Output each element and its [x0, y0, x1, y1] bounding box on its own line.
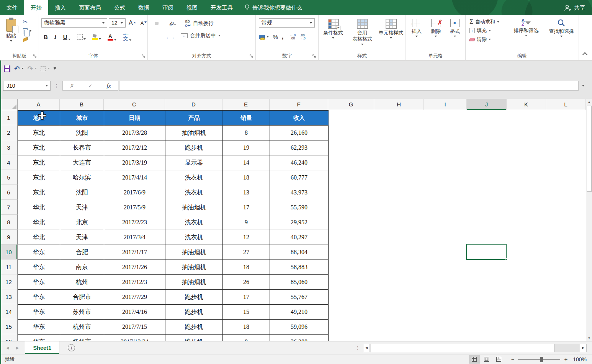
row-header-8[interactable]: 8 — [0, 215, 18, 230]
cell-D15[interactable]: 跑步机 — [165, 320, 223, 335]
cancel-button[interactable]: ✗ — [70, 83, 74, 89]
align-center-button[interactable] — [155, 34, 159, 37]
cell-C13[interactable]: 2017/7/29 — [104, 290, 165, 305]
find-select-button[interactable]: 查找和选择 — [545, 17, 578, 52]
paste-button[interactable]: 粘贴 — [2, 17, 20, 52]
column-header-L[interactable]: L — [546, 99, 586, 110]
cell-B3[interactable]: 长春市 — [60, 140, 104, 155]
cell-B10[interactable]: 合肥 — [60, 245, 104, 260]
zoom-percentage[interactable]: 100% — [573, 356, 587, 362]
comma-style-button[interactable]: , — [282, 33, 284, 41]
cell-A10[interactable]: 华东 — [18, 245, 60, 260]
sheet-tab-sheet1[interactable]: Sheet1 — [25, 341, 59, 354]
row-header-5[interactable]: 5 — [0, 170, 18, 185]
row-header-9[interactable]: 9 — [0, 230, 18, 245]
page-layout-view-button[interactable] — [481, 355, 492, 364]
zoom-slider[interactable] — [518, 359, 560, 360]
cell-F8[interactable]: 29,952 — [270, 215, 329, 230]
expand-formula-bar-button[interactable] — [579, 81, 588, 91]
cell-B13[interactable]: 合肥市 — [60, 290, 104, 305]
horizontal-scrollbar[interactable] — [370, 344, 580, 352]
increase-decimal-button[interactable]: ←.0.00 — [290, 34, 296, 40]
row-header-15[interactable]: 15 — [0, 319, 18, 334]
page-break-view-button[interactable] — [494, 355, 504, 364]
cell-F14[interactable]: 49,210 — [270, 305, 329, 320]
conditional-formatting-button[interactable]: ≠ 条件格式 — [319, 17, 347, 52]
cell-D2[interactable]: 抽油烟机 — [165, 126, 223, 140]
cell-C1[interactable]: 日期 — [104, 111, 165, 126]
fill-button[interactable]: ↓ 填充 — [469, 27, 499, 34]
cell-E1[interactable]: 销量 — [223, 111, 270, 126]
formula-bar-splitter[interactable]: ⋮ — [54, 83, 59, 89]
tab-developer[interactable]: 开发工具 — [204, 0, 239, 15]
hscroll-right-button[interactable]: ▶ — [580, 344, 587, 352]
autosum-button[interactable]: Σ 自动求和 — [469, 18, 499, 25]
row-header-7[interactable]: 7 — [0, 200, 18, 215]
align-right-button[interactable] — [159, 34, 163, 37]
cell-B1[interactable]: 城市 — [60, 111, 104, 126]
scroll-up-button[interactable]: ▲ — [586, 99, 592, 105]
cell-B4[interactable]: 大连市 — [60, 155, 104, 170]
sort-filter-button[interactable]: AZ 排序和筛选 — [509, 17, 544, 52]
cell-F11[interactable]: 58,883 — [270, 260, 329, 275]
format-cells-button[interactable]: ■ 格式 — [446, 17, 464, 52]
row-header-3[interactable]: 3 — [0, 140, 18, 155]
cell-E8[interactable]: 9 — [223, 215, 270, 230]
cell-D14[interactable]: 跑步机 — [165, 305, 223, 320]
cell-D11[interactable]: 抽油烟机 — [165, 260, 223, 275]
cell-B6[interactable]: 沈阳 — [60, 185, 104, 200]
align-bottom-button[interactable] — [159, 22, 163, 25]
next-sheet-button[interactable]: ▶ — [16, 346, 19, 350]
column-header-E[interactable]: E — [222, 99, 270, 110]
cell-E3[interactable]: 19 — [223, 140, 270, 155]
cell-B15[interactable]: 杭州市 — [60, 320, 104, 335]
cell-B14[interactable]: 苏州市 — [60, 305, 104, 320]
cell-D4[interactable]: 显示器 — [165, 155, 223, 170]
normal-view-button[interactable] — [469, 355, 480, 364]
cell-C14[interactable]: 2017/4/16 — [104, 305, 165, 320]
hscroll-left-button[interactable]: ◀ — [363, 344, 370, 352]
row-header-12[interactable]: 12 — [0, 274, 18, 289]
undo-button[interactable]: ↶ — [14, 65, 24, 72]
cell-C2[interactable]: 2017/3/28 — [104, 126, 165, 140]
cell-C6[interactable]: 2017/6/9 — [104, 185, 165, 200]
bold-button[interactable]: B — [42, 33, 49, 41]
row-header-6[interactable]: 6 — [0, 185, 18, 200]
cell-E15[interactable]: 18 — [223, 320, 270, 335]
row-header-11[interactable]: 11 — [0, 260, 18, 274]
underline-button[interactable]: U — [62, 33, 72, 41]
formula-input[interactable] — [119, 81, 579, 91]
insert-cells-button[interactable]: ← 插入 — [407, 17, 426, 52]
row-header-10[interactable]: 10 — [0, 245, 18, 260]
wrap-text-button[interactable]: abc↩ 自动换行 — [185, 19, 214, 28]
fill-color-button[interactable] — [91, 33, 103, 41]
cell-A11[interactable]: 华东 — [18, 260, 60, 275]
cell-E11[interactable]: 18 — [223, 260, 270, 275]
cell-A9[interactable]: 华北 — [18, 230, 60, 245]
format-painter-button[interactable] — [23, 37, 28, 42]
cell-F9[interactable]: 40,297 — [270, 230, 329, 245]
row-header-4[interactable]: 4 — [0, 155, 18, 170]
clipboard-dialog-launcher[interactable] — [33, 54, 37, 59]
vertical-scroll-thumb[interactable] — [587, 106, 592, 192]
orientation-button[interactable]: ab — [167, 18, 178, 28]
number-format-select[interactable]: 常规 — [259, 18, 315, 28]
cell-F4[interactable]: 46,240 — [270, 155, 329, 170]
cell-F10[interactable]: 88,304 — [270, 245, 329, 260]
cell-F12[interactable]: 85,060 — [270, 275, 329, 290]
italic-button[interactable]: I — [53, 33, 58, 41]
copy-button[interactable] — [23, 28, 31, 34]
cell-A7[interactable]: 华北 — [18, 200, 60, 215]
tell-me-box[interactable]: 告诉我你想要做什么 — [239, 0, 308, 15]
cell-F1[interactable]: 收入 — [270, 111, 329, 126]
cell-C16[interactable]: 2017/12/24 — [104, 335, 165, 341]
decrease-indent-button[interactable]: ← — [167, 34, 171, 37]
enter-button[interactable]: ✓ — [88, 83, 93, 89]
tab-area-splitter[interactable]: ⋮ — [355, 341, 363, 354]
grow-font-button[interactable]: A — [127, 19, 137, 27]
align-middle-button[interactable] — [155, 22, 159, 25]
zoom-slider-thumb[interactable] — [540, 357, 543, 362]
accounting-format-button[interactable] — [259, 33, 269, 40]
cell-styles-button[interactable]: 单元格样式 — [377, 17, 405, 52]
column-header-B[interactable]: B — [60, 99, 104, 110]
